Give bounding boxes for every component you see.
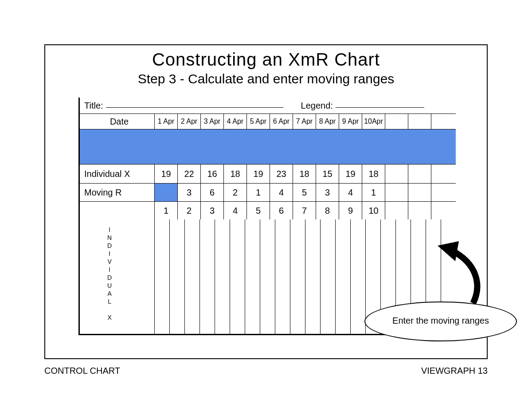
legend-blank xyxy=(336,98,424,108)
idx-cell xyxy=(385,202,408,219)
main-title: Constructing an XmR Chart xyxy=(45,50,487,70)
mr-cell xyxy=(431,184,454,201)
x-cell: 18 xyxy=(223,164,246,183)
date-cell: 8 Apr xyxy=(316,114,339,129)
individual-x-row: Individual X 19 22 16 18 19 23 18 15 19 … xyxy=(80,164,456,183)
date-cell xyxy=(431,114,454,129)
arrow-icon xyxy=(438,241,491,308)
title-blank xyxy=(106,98,283,108)
date-header: Date xyxy=(80,114,154,129)
date-cell xyxy=(385,114,408,129)
mr-cell: 1 xyxy=(246,184,270,201)
title-legend-row: Title: Legend: xyxy=(80,98,456,114)
x-cell: 19 xyxy=(154,164,177,183)
slide-frame: Constructing an XmR Chart Step 3 - Calcu… xyxy=(44,44,488,359)
y-axis-label: INDIVIDUALX xyxy=(107,226,113,321)
mr-cell: 2 xyxy=(223,184,246,201)
x-cell: 16 xyxy=(200,164,223,183)
y-axis-area: INDIVIDUALX xyxy=(80,219,154,334)
mr-cell: 1 xyxy=(362,184,385,201)
date-cell: 3 Apr xyxy=(200,114,223,129)
idx-cell: 4 xyxy=(223,202,246,219)
mr-cell: 3 xyxy=(177,184,200,201)
date-row: Date 1 Apr 2 Apr 3 Apr 4 Apr 5 Apr 6 Apr… xyxy=(80,114,456,129)
index-row: 1 2 3 4 5 6 7 8 9 10 xyxy=(80,201,456,219)
date-cell: 10Apr xyxy=(362,114,385,129)
idx-cell: 1 xyxy=(154,202,177,219)
date-cell: 6 Apr xyxy=(270,114,293,129)
x-cell: 19 xyxy=(339,164,362,183)
moving-r-row: Moving R 3 6 2 1 4 5 3 4 1 xyxy=(80,183,456,201)
subtitle: Step 3 - Calculate and enter moving rang… xyxy=(45,71,487,86)
x-cell: 23 xyxy=(270,164,293,183)
mr-cell: 3 xyxy=(316,184,339,201)
x-cell: 18 xyxy=(293,164,316,183)
svg-marker-0 xyxy=(438,241,459,261)
moving-r-label: Moving R xyxy=(80,184,154,201)
page: Constructing an XmR Chart Step 3 - Calcu… xyxy=(0,0,532,411)
date-cell xyxy=(408,114,431,129)
mr-cell: 6 xyxy=(200,184,223,201)
mr-cell xyxy=(385,184,408,201)
idx-cell: 7 xyxy=(293,202,316,219)
x-cell xyxy=(385,164,408,183)
idx-cell: 10 xyxy=(362,202,385,219)
idx-cell: 9 xyxy=(339,202,362,219)
mr-cell-blank xyxy=(154,184,177,201)
date-cell: 1 Apr xyxy=(154,114,177,129)
blue-band xyxy=(80,129,456,164)
idx-cell: 3 xyxy=(200,202,223,219)
idx-cell xyxy=(408,202,431,219)
idx-cell: 5 xyxy=(246,202,270,219)
mr-cell: 5 xyxy=(293,184,316,201)
date-cell: 5 Apr xyxy=(246,114,270,129)
date-cell: 2 Apr xyxy=(177,114,200,129)
x-cell xyxy=(431,164,454,183)
idx-cell: 2 xyxy=(177,202,200,219)
mr-cell: 4 xyxy=(270,184,293,201)
data-sheet: Title: Legend: Date 1 Apr 2 Apr 3 Apr 4 … xyxy=(78,98,456,335)
individual-x-label: Individual X xyxy=(80,164,154,183)
x-cell xyxy=(408,164,431,183)
index-label xyxy=(80,202,154,219)
idx-cell: 6 xyxy=(270,202,293,219)
date-cell: 7 Apr xyxy=(293,114,316,129)
date-cell: 4 Apr xyxy=(223,114,246,129)
callout-bubble: Enter the moving ranges xyxy=(364,301,517,341)
x-cell: 15 xyxy=(316,164,339,183)
date-cell: 9 Apr xyxy=(339,114,362,129)
legend-label: Legend: xyxy=(297,98,333,114)
idx-cell xyxy=(431,202,454,219)
x-cell: 18 xyxy=(362,164,385,183)
mr-cell xyxy=(408,184,431,201)
idx-cell: 8 xyxy=(316,202,339,219)
mr-cell: 4 xyxy=(339,184,362,201)
title-label: Title: xyxy=(80,98,103,114)
footer-left: CONTROL CHART xyxy=(44,366,120,376)
footer-right: VIEWGRAPH 13 xyxy=(421,366,488,376)
x-cell: 22 xyxy=(177,164,200,183)
x-cell: 19 xyxy=(246,164,270,183)
